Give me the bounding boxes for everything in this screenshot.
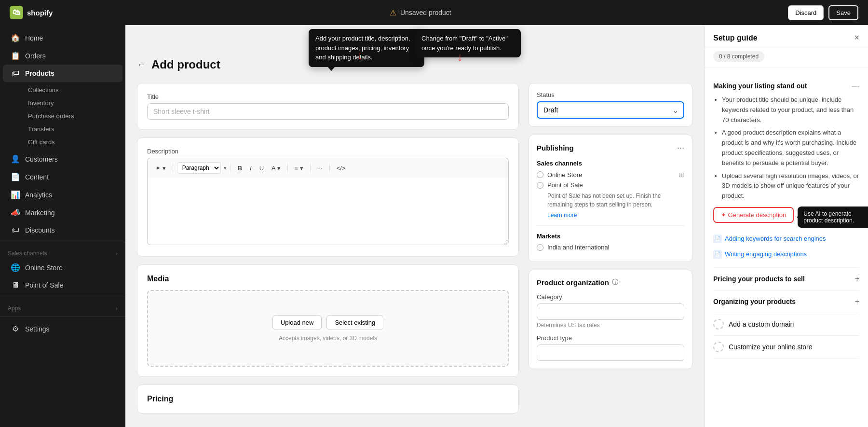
media-dropzone: Upload new Select existing Accepts image… bbox=[147, 290, 509, 367]
category-input[interactable] bbox=[537, 303, 684, 320]
sidebar-item-gift-cards[interactable]: Gift cards bbox=[23, 136, 122, 149]
sidebar-item-customers[interactable]: 👤 Customers bbox=[3, 150, 122, 168]
link-icon-2: 📄 bbox=[713, 250, 722, 259]
sidebar-item-orders[interactable]: 📋 Orders bbox=[3, 47, 122, 65]
sidebar-item-home[interactable]: 🏠 Home bbox=[3, 29, 122, 47]
pos-radio[interactable] bbox=[537, 182, 543, 189]
sidebar-item-inventory[interactable]: Inventory bbox=[23, 96, 122, 110]
sidebar-item-discounts[interactable]: 🏷 Discounts bbox=[3, 221, 122, 239]
setup-section-organizing[interactable]: Organizing your products + bbox=[713, 290, 859, 313]
content-grid: Title Description ✦ ▾ Paragraph ▾ B bbox=[137, 83, 692, 413]
toolbar-sep-4 bbox=[310, 164, 311, 172]
media-title: Media bbox=[147, 275, 509, 283]
bullet-1: Your product title should be unique, inc… bbox=[722, 95, 859, 125]
status-red-arrow: ↓ bbox=[457, 50, 463, 64]
sidebar-item-purchase-orders[interactable]: Purchase orders bbox=[23, 110, 122, 123]
color-btn[interactable]: A ▾ bbox=[269, 163, 284, 174]
sidebar-sub-products: Collections Inventory Purchase orders Tr… bbox=[0, 82, 125, 150]
online-store-radio[interactable] bbox=[537, 171, 543, 178]
online-store-icon: 🌐 bbox=[11, 263, 20, 272]
save-button[interactable]: Save bbox=[828, 5, 858, 20]
status-card: Status Draft Active bbox=[529, 83, 692, 127]
back-button[interactable]: ← bbox=[137, 60, 146, 70]
setup-link-keywords-label: Adding keywords for search engines bbox=[725, 235, 826, 242]
sidebar-item-marketing[interactable]: 📣 Marketing bbox=[3, 204, 122, 221]
app-body: 🏠 Home 📋 Orders 🏷 Products Collections I… bbox=[0, 25, 868, 427]
setup-section-listing-title: Making your listing stand out bbox=[713, 82, 807, 90]
ai-tooltip-arrow bbox=[797, 214, 800, 220]
sales-channels-section[interactable]: Sales channels › bbox=[0, 245, 125, 259]
setup-section-listing: Making your listing stand out — Your pro… bbox=[713, 75, 859, 268]
title-input[interactable] bbox=[147, 103, 509, 120]
sidebar-item-analytics[interactable]: 📊 Analytics bbox=[3, 186, 122, 204]
publishing-more-button[interactable]: ··· bbox=[677, 143, 684, 153]
markets-value: India and International bbox=[547, 244, 610, 251]
setup-section-listing-header[interactable]: Making your listing stand out — bbox=[713, 75, 859, 95]
marketing-icon: 📣 bbox=[11, 208, 20, 217]
sidebar-item-online-store[interactable]: 🌐 Online Store bbox=[3, 259, 122, 276]
code-btn[interactable]: </> bbox=[334, 163, 349, 174]
bold-btn[interactable]: B bbox=[235, 163, 245, 174]
organizing-expand-icon: + bbox=[855, 297, 859, 306]
markets-section: Markets India and International bbox=[537, 225, 684, 251]
description-textarea[interactable] bbox=[147, 178, 509, 245]
sidebar-item-settings[interactable]: ⚙ Settings bbox=[3, 320, 122, 338]
toolbar-sep-1 bbox=[173, 164, 173, 172]
sidebar-item-transfers[interactable]: Transfers bbox=[23, 123, 122, 136]
online-store-label: Online Store bbox=[547, 171, 582, 179]
sidebar-item-point-of-sale[interactable]: 🖥 Point of Sale bbox=[3, 276, 122, 294]
unsaved-label: Unsaved product bbox=[400, 9, 451, 16]
align-btn[interactable]: ≡ ▾ bbox=[292, 163, 306, 174]
shopify-logo-icon: 🛍 bbox=[10, 6, 23, 19]
listing-collapse-button[interactable]: — bbox=[852, 82, 859, 90]
product-type-input[interactable] bbox=[537, 344, 684, 361]
magic-wand-btn[interactable]: ✦ ▾ bbox=[152, 163, 169, 174]
select-existing-button[interactable]: Select existing bbox=[326, 315, 383, 330]
orders-icon: 📋 bbox=[11, 51, 20, 60]
apps-section[interactable]: Apps › bbox=[0, 300, 125, 314]
sidebar: 🏠 Home 📋 Orders 🏷 Products Collections I… bbox=[0, 25, 125, 427]
product-red-arrow: ↑ bbox=[357, 50, 363, 64]
org-info-icon: ⓘ bbox=[612, 278, 618, 287]
underline-btn[interactable]: U bbox=[257, 163, 267, 174]
setup-guide-close-button[interactable]: × bbox=[854, 33, 859, 43]
setup-guide-body: Making your listing stand out — Your pro… bbox=[705, 68, 868, 427]
custom-domain-label: Add a custom domain bbox=[729, 320, 794, 328]
chevron-down-icon: ▾ bbox=[224, 165, 227, 171]
sidebar-item-products[interactable]: 🏷 Products bbox=[3, 65, 122, 82]
setup-customize-store[interactable]: Customize your online store bbox=[713, 336, 859, 358]
markets-radio[interactable] bbox=[537, 244, 543, 251]
italic-btn[interactable]: I bbox=[247, 163, 255, 174]
setup-link-keywords[interactable]: 📄 Adding keywords for search engines bbox=[713, 233, 859, 245]
ai-tooltip-box: Use AI to generate product description. bbox=[798, 207, 868, 228]
pos-channel: Point of Sale bbox=[537, 181, 684, 189]
toolbar-sep-5 bbox=[329, 164, 330, 172]
generate-description-button[interactable]: ✦ Generate description bbox=[713, 207, 794, 223]
more-btn[interactable]: ··· bbox=[314, 163, 326, 174]
learn-more-link[interactable]: Learn more bbox=[547, 212, 577, 219]
shopify-logo: 🛍 shopify bbox=[10, 6, 53, 19]
chevron-right-icon: › bbox=[116, 250, 118, 256]
setup-guide-title: Setup guide bbox=[713, 34, 758, 42]
paragraph-select[interactable]: Paragraph bbox=[177, 162, 221, 174]
tooltip-arrow bbox=[328, 67, 335, 71]
sidebar-products-label: Products bbox=[25, 69, 54, 77]
sidebar-settings-label: Settings bbox=[25, 325, 50, 333]
setup-custom-domain[interactable]: Add a custom domain bbox=[713, 313, 859, 336]
setup-link-descriptions-label: Writing engaging descriptions bbox=[725, 250, 807, 258]
setup-link-descriptions[interactable]: 📄 Writing engaging descriptions bbox=[713, 248, 859, 261]
media-buttons: Upload new Select existing bbox=[158, 315, 498, 330]
customize-store-circle bbox=[713, 342, 724, 352]
sidebar-orders-label: Orders bbox=[25, 52, 46, 60]
discard-button[interactable]: Discard bbox=[788, 5, 824, 20]
setup-link-wrap-1: 📄 Adding keywords for search engines bbox=[713, 233, 859, 245]
sidebar-item-collections[interactable]: Collections bbox=[23, 83, 122, 96]
toolbar-sep-2 bbox=[231, 164, 231, 172]
sidebar-item-content[interactable]: 📄 Content bbox=[3, 168, 122, 186]
upload-new-button[interactable]: Upload new bbox=[272, 315, 322, 330]
category-hint: Determines US tax rates bbox=[537, 322, 684, 329]
status-select[interactable]: Draft Active bbox=[537, 101, 684, 119]
setup-section-pricing[interactable]: Pricing your products to sell + bbox=[713, 268, 859, 290]
category-label: Category bbox=[537, 293, 684, 301]
topbar: 🛍 shopify ⚠ Unsaved product Discard Save bbox=[0, 0, 868, 25]
